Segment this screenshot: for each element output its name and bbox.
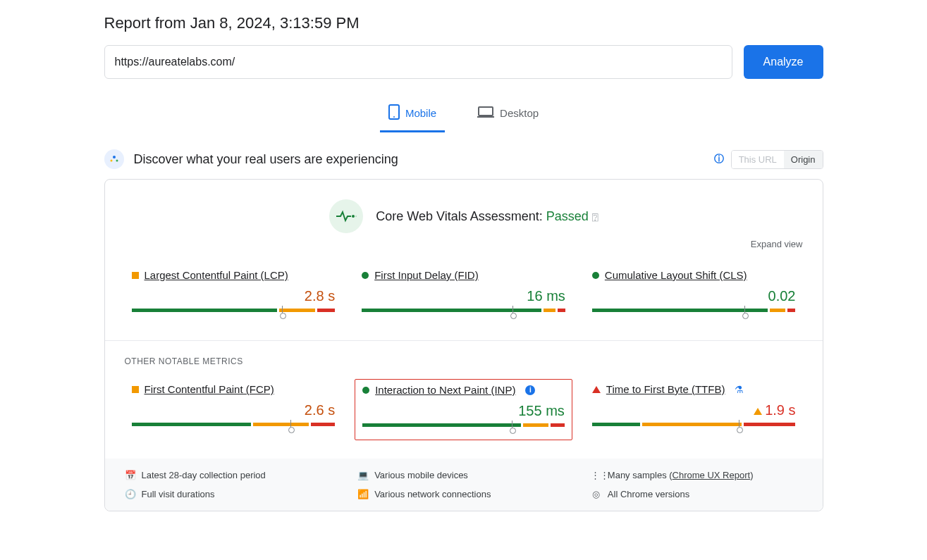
assessment-prefix: Core Web Vitals Assessment: bbox=[376, 209, 546, 223]
metric-fid-name[interactable]: First Input Delay (FID) bbox=[374, 269, 479, 281]
other-metrics-heading: OTHER NOTABLE METRICS bbox=[125, 356, 803, 366]
metric-inp: Interaction to Next Paint (INP)i 155 ms bbox=[355, 379, 572, 440]
svg-point-7 bbox=[352, 215, 355, 218]
other-metrics-grid: First Contentful Paint (FCP) 2.6 s Inter… bbox=[125, 379, 803, 440]
metric-ttfb-value: 1.9 s bbox=[592, 402, 796, 418]
wifi-icon: 📶 bbox=[357, 489, 369, 499]
metric-fid: First Input Delay (FID) 16 ms bbox=[355, 265, 572, 325]
footer-durations: 🕘Full visit durations bbox=[125, 489, 337, 499]
circle-icon bbox=[362, 272, 369, 279]
core-metrics-grid: Largest Contentful Paint (LCP) 2.8 s Fir… bbox=[125, 265, 803, 325]
metric-fid-value: 16 ms bbox=[362, 288, 565, 304]
metric-cls-value: 0.02 bbox=[592, 288, 796, 304]
metric-cls-bar bbox=[592, 309, 796, 312]
metric-fcp-name[interactable]: First Contentful Paint (FCP) bbox=[145, 383, 274, 395]
svg-rect-2 bbox=[479, 107, 493, 116]
assessment-status: Passed bbox=[546, 209, 589, 223]
divider bbox=[105, 340, 823, 341]
metric-ttfb: Time to First Byte (TTFB)⚗ 1.9 s bbox=[585, 379, 803, 440]
toggle-origin[interactable]: Origin bbox=[784, 151, 823, 168]
circle-icon bbox=[362, 387, 369, 394]
metric-cls-name[interactable]: Cumulative Layout Shift (CLS) bbox=[605, 269, 747, 281]
svg-point-6 bbox=[116, 160, 118, 162]
svg-point-1 bbox=[393, 116, 395, 118]
discover-title: Discover what your real users are experi… bbox=[134, 152, 398, 167]
info-badge-icon[interactable]: i bbox=[525, 385, 535, 395]
metric-lcp-bar bbox=[132, 309, 336, 312]
help-icon[interactable]: ⍰ bbox=[592, 211, 598, 223]
info-icon[interactable]: ⓘ bbox=[714, 153, 724, 166]
card-footer: 📅Latest 28-day collection period 💻Variou… bbox=[105, 459, 823, 511]
tab-desktop[interactable]: Desktop bbox=[469, 99, 547, 132]
footer-period: 📅Latest 28-day collection period bbox=[125, 470, 337, 480]
report-title: Report from Jan 8, 2024, 3:13:59 PM bbox=[104, 14, 823, 32]
metric-inp-name[interactable]: Interaction to Next Paint (INP) bbox=[375, 384, 515, 396]
mobile-icon bbox=[388, 104, 400, 122]
metric-fid-bar bbox=[362, 309, 565, 312]
svg-point-5 bbox=[110, 160, 112, 162]
metric-fcp-bar bbox=[132, 423, 336, 426]
tab-mobile-label: Mobile bbox=[405, 107, 436, 119]
analyze-button[interactable]: Analyze bbox=[744, 45, 823, 79]
metric-fcp: First Contentful Paint (FCP) 2.6 s bbox=[125, 379, 343, 440]
samples-icon: ⋮⋮ bbox=[591, 470, 602, 480]
svg-point-8 bbox=[355, 216, 357, 217]
metric-lcp: Largest Contentful Paint (LCP) 2.8 s bbox=[125, 265, 343, 325]
users-icon bbox=[104, 149, 124, 169]
expand-view-link[interactable]: Expand view bbox=[125, 239, 803, 249]
section-header: Discover what your real users are experi… bbox=[104, 149, 823, 169]
metric-ttfb-bar bbox=[592, 423, 796, 426]
tab-desktop-label: Desktop bbox=[500, 107, 539, 119]
metric-cls: Cumulative Layout Shift (CLS) 0.02 bbox=[585, 265, 803, 325]
pulse-icon bbox=[329, 199, 363, 233]
footer-devices: 💻Various mobile devices bbox=[357, 470, 570, 480]
calendar-icon: 📅 bbox=[125, 470, 136, 480]
toggle-this-url[interactable]: This URL bbox=[732, 151, 784, 168]
metric-lcp-value: 2.8 s bbox=[132, 288, 336, 304]
vitals-card: Core Web Vitals Assessment: Passed ⍰ Exp… bbox=[104, 179, 823, 511]
flask-icon[interactable]: ⚗ bbox=[735, 384, 744, 395]
device-tabs: Mobile Desktop bbox=[104, 99, 823, 132]
url-row: Analyze bbox=[104, 45, 823, 79]
crux-link[interactable]: Chrome UX Report bbox=[673, 470, 751, 480]
tab-mobile[interactable]: Mobile bbox=[380, 99, 445, 132]
scope-toggle: This URL Origin bbox=[731, 150, 823, 169]
metric-fcp-value: 2.6 s bbox=[132, 402, 336, 418]
footer-network: 📶Various network connections bbox=[357, 489, 570, 499]
devices-icon: 💻 bbox=[357, 470, 369, 480]
square-icon bbox=[132, 386, 139, 393]
clock-icon: 🕘 bbox=[125, 489, 136, 499]
desktop-icon bbox=[477, 106, 494, 120]
metric-lcp-name[interactable]: Largest Contentful Paint (LCP) bbox=[145, 269, 288, 281]
footer-versions: ◎All Chrome versions bbox=[591, 489, 803, 499]
footer-samples: ⋮⋮Many samples (Chrome UX Report) bbox=[591, 470, 803, 480]
warning-icon bbox=[754, 408, 762, 415]
assessment-row: Core Web Vitals Assessment: Passed ⍰ bbox=[125, 199, 803, 233]
circle-icon bbox=[592, 272, 599, 279]
chrome-icon: ◎ bbox=[591, 489, 602, 499]
svg-point-4 bbox=[113, 156, 116, 158]
metric-inp-bar bbox=[362, 423, 565, 427]
triangle-icon bbox=[592, 386, 601, 393]
url-input[interactable] bbox=[104, 45, 732, 79]
metric-ttfb-name[interactable]: Time to First Byte (TTFB) bbox=[606, 383, 725, 395]
square-icon bbox=[132, 272, 139, 279]
assessment-text: Core Web Vitals Assessment: Passed ⍰ bbox=[376, 209, 598, 224]
metric-inp-value: 155 ms bbox=[362, 403, 565, 419]
